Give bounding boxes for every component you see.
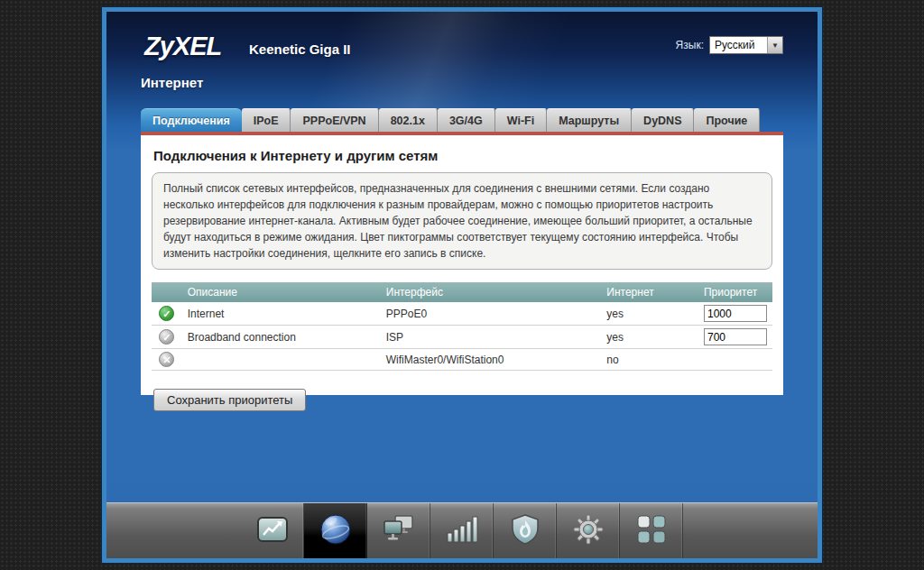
zyxel-logo: ZyXEL (144, 32, 221, 61)
column-header-description: Описание (182, 282, 381, 302)
nav-system[interactable] (557, 503, 620, 558)
cell-interface[interactable]: PPPoE0 (381, 302, 602, 326)
status-connected-icon: ✓ (159, 306, 174, 321)
tab-8021x[interactable]: 802.1x (379, 108, 438, 132)
cell-interface[interactable]: ISP (381, 326, 602, 349)
language-label: Язык: (676, 39, 704, 51)
chevron-down-icon[interactable]: ▼ (767, 37, 782, 53)
tab-wifi[interactable]: Wi-Fi (495, 108, 547, 132)
nav-wifi[interactable] (430, 503, 494, 558)
main-content: Подключения к Интернету и другим сетям П… (141, 135, 783, 395)
priority-input[interactable] (704, 305, 767, 322)
cell-description[interactable]: Internet (182, 302, 381, 326)
signal-bars-icon (446, 515, 478, 547)
language-select[interactable]: Русский ▼ (709, 36, 783, 54)
description-box: Полный список сетевых интерфейсов, предн… (152, 172, 772, 270)
nav-security[interactable] (494, 503, 557, 558)
router-admin-window: ZyXEL Keenetic Giga II Язык: Русский ▼ И… (102, 7, 822, 563)
tab-connections[interactable]: Подключения (141, 108, 242, 132)
tab-3g4g[interactable]: 3G/4G (438, 108, 495, 132)
cell-internet[interactable]: yes (601, 326, 698, 349)
nav-applications[interactable] (620, 503, 683, 558)
column-header-interface: Интерфейс (381, 282, 602, 302)
system-monitor-icon (256, 515, 289, 547)
cell-description[interactable] (182, 349, 381, 371)
shield-icon (509, 513, 541, 549)
language-selected-value: Русский (710, 39, 767, 51)
column-header-priority: Приоритет (698, 282, 772, 302)
column-header-internet: Интернет (601, 282, 698, 302)
status-disconnected-icon: ✕ (159, 352, 174, 367)
page-title: Интернет (141, 75, 203, 90)
cell-description[interactable]: Broadband connection (182, 326, 381, 349)
nav-internet[interactable] (304, 503, 367, 558)
tab-pppoe-vpn[interactable]: PPPoE/VPN (291, 108, 378, 132)
content-heading: Подключения к Интернету и другим сетям (153, 148, 772, 163)
home-network-icon (382, 514, 416, 548)
gear-icon (572, 513, 605, 549)
product-title: Keenetic Giga II (249, 41, 351, 57)
tab-bar: Подключения IPoE PPPoE/VPN 802.1x 3G/4G … (141, 108, 783, 132)
save-priorities-button[interactable]: Сохранить приоритеты (153, 389, 306, 411)
language-row: Язык: Русский ▼ (676, 36, 783, 54)
cell-internet[interactable]: no (601, 349, 698, 371)
table-header-row: Описание Интерфейс Интернет Приоритет (152, 282, 772, 302)
priority-input[interactable] (704, 328, 767, 345)
desktop-background: ZyXEL Keenetic Giga II Язык: Русский ▼ И… (0, 0, 924, 570)
cell-internet[interactable]: yes (601, 302, 698, 326)
table-row[interactable]: ✕ WifiMaster0/WifiStation0 no (152, 349, 772, 371)
footer-spacer (106, 503, 241, 558)
status-standby-icon: ✓ (159, 329, 174, 345)
tab-ipoe[interactable]: IPoE (242, 108, 291, 132)
table-row[interactable]: ✓ Internet PPPoE0 yes (152, 302, 772, 326)
nav-home-network[interactable] (367, 503, 430, 558)
tab-other[interactable]: Прочие (694, 108, 760, 132)
bottom-nav-bar (106, 502, 818, 558)
tab-dydns[interactable]: DyDNS (632, 108, 694, 132)
tab-routes[interactable]: Маршруты (547, 108, 632, 132)
internet-globe-icon (319, 512, 353, 550)
column-header-status (152, 282, 182, 302)
cell-interface[interactable]: WifiMaster0/WifiStation0 (381, 349, 602, 371)
interfaces-table: Описание Интерфейс Интернет Приоритет ✓ … (152, 282, 772, 371)
apps-grid-icon (636, 514, 667, 548)
nav-system-monitor[interactable] (241, 503, 304, 558)
table-row[interactable]: ✓ Broadband connection ISP yes (152, 326, 772, 349)
